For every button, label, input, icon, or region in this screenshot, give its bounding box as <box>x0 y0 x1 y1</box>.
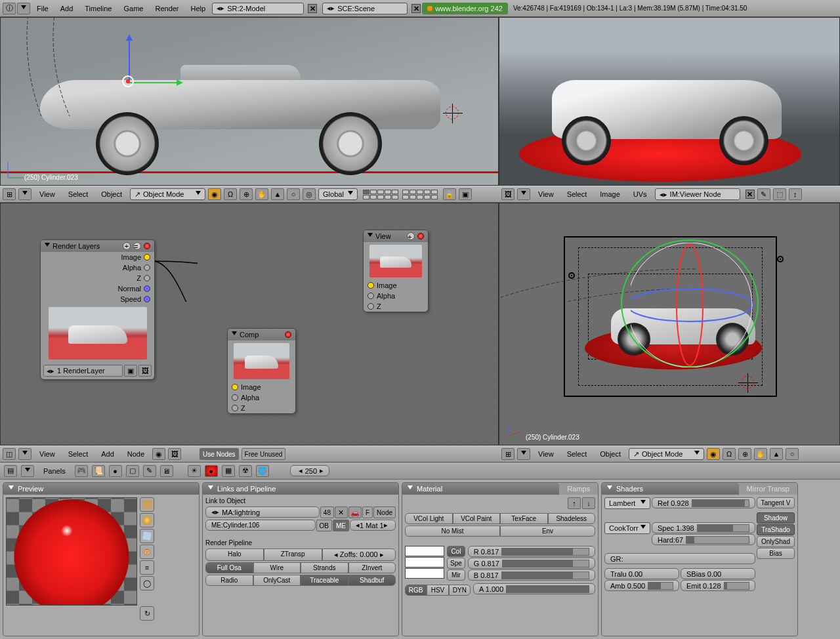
env-button[interactable]: Env <box>500 526 595 537</box>
material-name-field[interactable]: ◂▸MA:lightring <box>205 506 320 518</box>
lamp-icon[interactable]: ☀ <box>188 465 201 477</box>
vcol-paint-button[interactable]: VCol Paint <box>453 513 501 524</box>
zinvert-button[interactable]: ZInvert <box>348 562 396 573</box>
unlink-icon[interactable]: ✕ <box>335 506 348 518</box>
composite-tree-icon[interactable]: 🖼 <box>168 448 181 460</box>
view3d-left[interactable]: (250) Cylinder.023 <box>0 17 499 186</box>
preview-flat-icon[interactable] <box>140 497 154 512</box>
scene-delete-button[interactable]: ✕ <box>411 4 421 13</box>
hand-icon[interactable]: ✋ <box>255 188 268 200</box>
tri-icon[interactable]: ▲ <box>271 188 284 200</box>
node-menu[interactable]: Node <box>122 450 150 458</box>
editing-icon[interactable]: ✎ <box>143 465 156 477</box>
mode-dropdown[interactable]: ↗Object Mode <box>130 188 205 200</box>
copy-icon[interactable]: ↑ <box>568 497 581 509</box>
expand-icon[interactable] <box>21 465 34 477</box>
free-unused-button[interactable]: Free Unused <box>242 448 286 460</box>
tralu-slider[interactable]: Tralu 0.00 <box>604 568 679 579</box>
select-menu[interactable]: Select <box>63 450 94 458</box>
layers-widget[interactable] <box>363 190 438 199</box>
expand-icon[interactable] <box>18 188 32 200</box>
menu-game[interactable]: Game <box>118 5 148 12</box>
expand-icon[interactable] <box>517 188 530 200</box>
texface-button[interactable]: TexFace <box>500 513 548 524</box>
radio-button[interactable]: Radio <box>205 575 253 586</box>
ref-slider[interactable]: Ref 0.928 <box>652 497 755 508</box>
render-layer-select[interactable]: ◂▸1 RenderLayer <box>43 365 123 377</box>
view3d-right[interactable]: (250) Cylinder.023 <box>499 203 840 445</box>
me-button[interactable]: ME <box>333 520 349 531</box>
shading-icon[interactable]: ● <box>109 465 122 477</box>
uv-icon[interactable]: ⬚ <box>773 188 786 200</box>
widget-icon[interactable]: ⊕ <box>240 188 253 200</box>
b-slider[interactable]: B 0.817 <box>468 569 595 581</box>
amb-slider[interactable]: Amb 0.500 <box>604 580 679 591</box>
node-render-layers[interactable]: Render Layers + = Image Alpha Z Normal S… <box>40 239 155 380</box>
expand-icon[interactable] <box>18 448 32 460</box>
view-menu[interactable]: View <box>34 450 60 458</box>
object-icon[interactable]: ▢ <box>126 465 139 477</box>
fake-user-button[interactable]: F <box>362 506 373 518</box>
g-slider[interactable]: G 0.817 <box>468 558 595 569</box>
col-tab[interactable]: Col <box>447 546 465 557</box>
material-tree-icon[interactable]: ◉ <box>152 448 165 460</box>
select-menu[interactable]: Select <box>63 190 94 198</box>
image-menu[interactable]: Image <box>595 190 625 198</box>
halo-button[interactable]: Halo <box>205 548 264 561</box>
shade-icon[interactable]: ◉ <box>707 448 720 460</box>
hsv-button[interactable]: HSV <box>427 585 448 596</box>
tri-icon[interactable]: ▲ <box>770 448 783 460</box>
shadbuf-button[interactable]: Shadbuf <box>348 575 396 586</box>
mir-swatch[interactable] <box>405 568 444 579</box>
bias-button[interactable]: Bias <box>757 548 795 559</box>
frame-field[interactable]: ◂250▸ <box>290 465 329 476</box>
hard-slider[interactable]: Hard:67 <box>652 534 755 545</box>
tangent-v-button[interactable]: Tangent V <box>757 497 795 508</box>
auto-icon[interactable]: 🚗 <box>348 506 362 518</box>
r-slider[interactable]: R 0.817 <box>468 546 595 557</box>
node-composite[interactable]: Comp Image Alpha Z <box>227 328 296 414</box>
view-menu[interactable]: View <box>533 450 559 458</box>
spe-tab[interactable]: Spe <box>447 558 465 569</box>
image-editor-view[interactable] <box>499 17 840 186</box>
render-border-icon[interactable]: ▣ <box>459 188 472 200</box>
add-menu[interactable]: Add <box>96 450 119 458</box>
fullosa-button[interactable]: Full Osa <box>205 562 253 573</box>
material-icon[interactable]: ● <box>205 465 218 477</box>
ztransp-button[interactable]: ZTransp <box>264 548 322 561</box>
scene-field[interactable]: ◂▸SCE:Scene <box>322 3 408 14</box>
expand-icon[interactable] <box>517 448 530 460</box>
circle-icon[interactable]: ○ <box>786 448 799 460</box>
window-type-icon[interactable]: ▤ <box>4 465 17 477</box>
ramps-tab[interactable]: Ramps <box>559 483 598 495</box>
snap-icon[interactable]: ◎ <box>303 188 316 200</box>
wire-button[interactable]: Wire <box>253 562 301 573</box>
select-menu[interactable]: Select <box>562 450 593 458</box>
preview-monkey-icon[interactable]: 🐵 <box>140 545 154 559</box>
window-type-icon[interactable]: ⊞ <box>3 188 16 200</box>
window-type-icon[interactable]: 🖼 <box>501 188 514 200</box>
rgb-button[interactable]: RGB <box>405 585 427 596</box>
widget-icon[interactable]: ⊕ <box>738 448 751 460</box>
shadeless-button[interactable]: Shadeless <box>548 513 596 524</box>
menu-add[interactable]: Add <box>55 5 79 12</box>
view-menu[interactable]: View <box>34 190 60 198</box>
nomist-button[interactable]: No Mist <box>405 526 500 537</box>
menu-render[interactable]: Render <box>150 5 184 12</box>
menu-file[interactable]: File <box>32 5 54 12</box>
texture-icon[interactable]: ▦ <box>222 465 235 477</box>
sbias-slider[interactable]: SBias 0.00 <box>681 568 755 579</box>
dyn-button[interactable]: DYN <box>449 585 471 596</box>
emit-slider[interactable]: Emit 0.128 <box>681 580 755 591</box>
logic-icon[interactable]: 🎮 <box>75 465 88 477</box>
rerender-icon[interactable]: 🖼 <box>138 365 152 377</box>
preview-sphere2-icon[interactable]: ◯ <box>140 576 154 590</box>
mode-dropdown[interactable]: ↗Object Mode <box>629 448 704 460</box>
image-field[interactable]: ◂▸IM:Viewer Node <box>655 188 740 200</box>
spec-slider[interactable]: Spec 1.398 <box>652 522 755 533</box>
onlyshad-button[interactable]: OnlyShad <box>757 536 795 547</box>
window-type-icon[interactable]: ⊞ <box>501 448 514 460</box>
hand-icon[interactable]: ✋ <box>754 448 767 460</box>
gr-field[interactable]: GR: <box>604 553 755 564</box>
traceable-button[interactable]: Traceable <box>301 575 348 586</box>
